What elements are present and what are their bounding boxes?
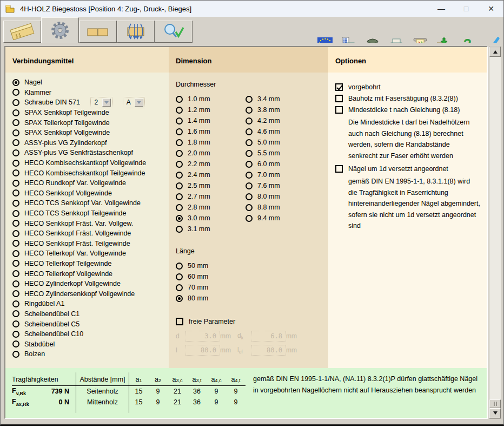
connector-option[interactable]: Ringdübel A1 xyxy=(12,299,169,309)
diameter-option[interactable]: 5.0 mm xyxy=(246,137,315,148)
tab-fastener-settings[interactable] xyxy=(41,17,79,43)
diameter-label: 1.4 mm xyxy=(188,117,210,124)
diameter-option[interactable]: 2.0 mm xyxy=(176,148,246,159)
checkbox-icon xyxy=(335,83,343,91)
diameter-label: 4.2 mm xyxy=(257,117,280,124)
connector-option[interactable]: HECO Senkkopf Fräst. Teilgewinde xyxy=(12,239,169,249)
tab-loads[interactable] xyxy=(117,21,155,43)
connector-label: SPAX Senkkopf Vollgewinde xyxy=(24,129,110,136)
freie-parameter-checkbox[interactable]: freie Parameter xyxy=(176,318,328,325)
thumb-grip-icon xyxy=(494,402,497,406)
scrollbar-track[interactable] xyxy=(489,57,501,408)
option-naegel-versetzt[interactable]: Nägel um 1d versetzt angeordnet xyxy=(335,163,480,174)
option-vorgebohrt[interactable]: vorgebohrt xyxy=(335,81,480,93)
connector-option[interactable]: HECO Senkkopf Vollgewinde xyxy=(12,188,169,199)
spacing-value: 36 xyxy=(187,397,207,408)
diameter-option[interactable]: 8.8 mm xyxy=(246,202,315,213)
spacing-header: Abstände [mm] xyxy=(76,372,129,386)
diameter-option[interactable]: 2.7 mm xyxy=(176,191,246,202)
radio-icon xyxy=(176,161,183,168)
diameter-option[interactable]: 3.4 mm xyxy=(246,94,315,104)
diameter-option[interactable]: 1.4 mm xyxy=(176,115,246,126)
connector-option[interactable]: HECO Zylinderkopf Vollgewinde xyxy=(12,279,169,289)
connector-option[interactable]: HECO Tellerkopf Vollgewinde xyxy=(12,268,169,279)
connector-option[interactable]: Klammer xyxy=(12,88,169,98)
connector-option[interactable]: SPAX Tellerkopf Teilgewinde xyxy=(12,117,169,128)
connector-option[interactable]: HECO Senkkopf Fräst. Vollgewinde xyxy=(12,228,169,239)
diameter-label: 4.6 mm xyxy=(257,128,280,135)
connector-option[interactable]: ASSY-plus VG Senkfrästaschenkopf xyxy=(12,148,169,158)
diameter-option[interactable]: 9.4 mm xyxy=(246,213,315,224)
tab-joint[interactable] xyxy=(79,21,117,43)
length-option[interactable]: 50 mm xyxy=(176,260,328,271)
connector-option[interactable]: Nagel xyxy=(12,77,169,88)
diameter-option[interactable]: 1.2 mm xyxy=(176,104,246,115)
connector-label: HECO Rundkopf Var. Vollgewinde xyxy=(24,179,126,187)
scroll-down-button[interactable] xyxy=(489,408,501,418)
diameter-option[interactable]: 3.8 mm xyxy=(246,104,315,115)
option-mindestdicke[interactable]: Mindestdicke t nach Gleichung (8.18) xyxy=(335,104,480,115)
option-fasersaetigung[interactable]: Bauholz mit Fasersätigung (8.3.2(8)) xyxy=(335,93,480,104)
diameter-option[interactable]: 4.6 mm xyxy=(246,126,315,137)
diameter-option[interactable]: 3.1 mm xyxy=(176,224,246,234)
diameter-label: 5.5 mm xyxy=(257,149,280,157)
window-title: 4H-HOLZ Biegestoss [Position 4: Zug-, Dr… xyxy=(20,5,191,13)
minimize-button[interactable]: — xyxy=(429,1,454,17)
tab-verification[interactable] xyxy=(155,21,193,43)
connector-option[interactable]: SPAX Senkkopf Teilgewinde xyxy=(12,108,169,118)
connector-option[interactable]: HECO TCS Senkkopf Var. Vollgewinde xyxy=(12,198,169,208)
diameter-option[interactable]: 7.0 mm xyxy=(246,169,315,180)
diameter-option[interactable]: 1.0 mm xyxy=(176,94,246,104)
connector-option[interactable]: HECO Tellerkopf Var. Vollgewinde xyxy=(12,248,169,259)
vertical-scrollbar[interactable] xyxy=(489,46,501,419)
connector-option[interactable]: Scheibendübel C10 xyxy=(12,329,169,339)
connector-label: HECO Kombisechskantkopf Teilgewinde xyxy=(24,169,145,177)
connector-option[interactable]: HECO TCS Senkkopf Teilgewinde xyxy=(12,208,169,219)
connector-option[interactable]: SPAX Senkkopf Vollgewinde xyxy=(12,128,169,138)
connector-label: SPAX Tellerkopf Teilgewinde xyxy=(24,119,110,127)
spacing-value: 9 xyxy=(226,386,246,397)
connector-label: Nagel xyxy=(24,78,42,86)
radio-icon xyxy=(12,331,19,338)
diameter-option[interactable]: 6.0 mm xyxy=(246,159,315,169)
tab-connection[interactable] xyxy=(3,21,41,43)
connector-option[interactable]: HECO Zylindersenkkopf Vollgewinde xyxy=(12,289,169,299)
close-button[interactable]: ✕ xyxy=(479,1,503,17)
diameter-option[interactable]: 5.5 mm xyxy=(246,148,315,159)
diameter-option[interactable]: 4.2 mm xyxy=(246,115,315,126)
connector-option[interactable]: HECO Kombisechskantkopf Vollgewinde xyxy=(12,158,169,168)
connector-option[interactable]: ASSY-plus VG Zylinderkopf xyxy=(12,138,169,148)
connector-option[interactable]: HECO Kombisechskantkopf Teilgewinde xyxy=(12,168,169,178)
diameter-option[interactable]: 3.0 mm xyxy=(176,213,246,224)
connector-label: HECO Tellerkopf Vollgewinde xyxy=(24,270,112,278)
diameter-option[interactable]: 8.0 mm xyxy=(246,191,315,202)
connector-option[interactable]: HECO Tellerkopf Teilgewinde xyxy=(12,259,169,269)
radio-icon xyxy=(12,129,19,136)
diameter-option[interactable]: 2.8 mm xyxy=(176,202,246,213)
scroll-up-button[interactable] xyxy=(489,47,501,57)
length-option[interactable]: 70 mm xyxy=(176,282,328,293)
connector-option[interactable]: Schraube DIN 571 2 A xyxy=(12,97,169,108)
spacing-row-label: Seitenholz xyxy=(76,386,129,397)
connector-option[interactable]: Stabdübel xyxy=(12,339,169,349)
connector-option[interactable]: Bolzen xyxy=(12,349,169,359)
length-option[interactable]: 60 mm xyxy=(176,271,328,282)
results-note: gemäß DIN EN 1995-1-1/NA, (NA.11) 8.3.2(… xyxy=(253,372,481,418)
connector-option[interactable]: Scheibendübel C1 xyxy=(12,309,169,319)
connector-label: Scheibendübel C10 xyxy=(24,330,83,338)
scrollbar-thumb[interactable] xyxy=(489,399,501,408)
length-option[interactable]: 80 mm xyxy=(176,293,328,304)
radio-icon xyxy=(176,204,183,211)
diameter-option[interactable]: 1.8 mm xyxy=(176,137,246,148)
diameter-option[interactable]: 7.6 mm xyxy=(246,180,315,191)
connector-option[interactable]: HECO Senkkopf Fräst. Var. Vollgew. xyxy=(12,218,169,228)
radio-icon xyxy=(176,215,183,222)
radio-icon xyxy=(12,240,19,247)
connector-option[interactable]: HECO Rundkopf Var. Vollgewinde xyxy=(12,178,169,188)
diameter-option[interactable]: 2.4 mm xyxy=(176,169,246,180)
diameter-option[interactable]: 2.2 mm xyxy=(176,159,246,169)
diameter-option[interactable]: 2.5 mm xyxy=(176,180,246,191)
diameter-label: 8.0 mm xyxy=(257,193,280,200)
connector-option[interactable]: Scheibendübel C5 xyxy=(12,319,169,329)
diameter-option[interactable]: 1.6 mm xyxy=(176,126,246,137)
